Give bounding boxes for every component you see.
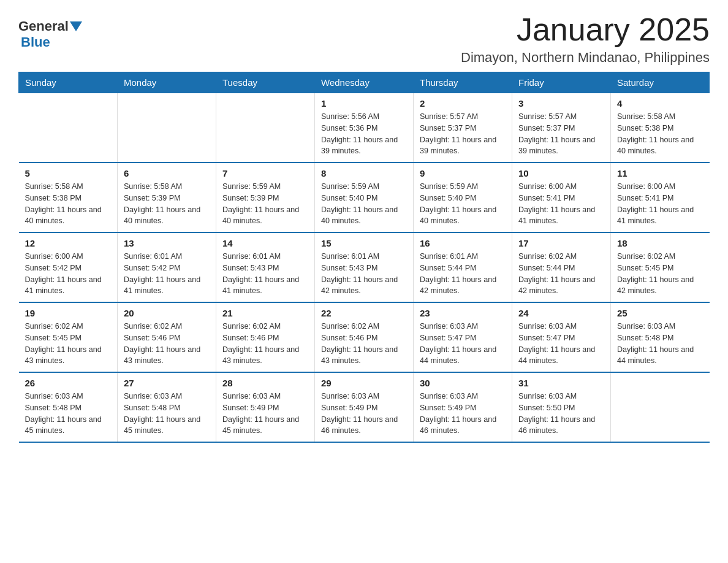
day-info: Sunrise: 6:03 AMSunset: 5:49 PMDaylight:…	[222, 391, 308, 437]
day-info: Sunrise: 6:03 AMSunset: 5:49 PMDaylight:…	[420, 391, 506, 437]
calendar-cell: 28Sunrise: 6:03 AMSunset: 5:49 PMDayligh…	[216, 372, 315, 442]
calendar-cell: 12Sunrise: 6:00 AMSunset: 5:42 PMDayligh…	[19, 232, 118, 302]
calendar-cell: 18Sunrise: 6:02 AMSunset: 5:45 PMDayligh…	[611, 232, 710, 302]
calendar-cell: 27Sunrise: 6:03 AMSunset: 5:48 PMDayligh…	[118, 372, 216, 442]
calendar-cell: 23Sunrise: 6:03 AMSunset: 5:47 PMDayligh…	[414, 302, 512, 372]
day-number: 1	[321, 98, 407, 109]
calendar-cell: 19Sunrise: 6:02 AMSunset: 5:45 PMDayligh…	[19, 302, 118, 372]
day-info: Sunrise: 6:02 AMSunset: 5:46 PMDaylight:…	[124, 321, 210, 367]
calendar-cell: 29Sunrise: 6:03 AMSunset: 5:49 PMDayligh…	[315, 372, 414, 442]
day-number: 29	[321, 378, 407, 388]
day-info: Sunrise: 5:58 AMSunset: 5:38 PMDaylight:…	[25, 181, 112, 227]
day-number: 13	[124, 238, 210, 248]
day-info: Sunrise: 6:03 AMSunset: 5:47 PMDaylight:…	[518, 321, 604, 367]
day-number: 19	[25, 308, 112, 318]
calendar-cell: 25Sunrise: 6:03 AMSunset: 5:48 PMDayligh…	[611, 302, 710, 372]
day-info: Sunrise: 5:57 AMSunset: 5:37 PMDaylight:…	[420, 111, 506, 157]
day-info: Sunrise: 6:03 AMSunset: 5:49 PMDaylight:…	[321, 391, 407, 437]
day-number: 27	[124, 378, 210, 388]
day-number: 16	[420, 238, 506, 248]
location-title: Dimayon, Northern Mindanao, Philippines	[461, 50, 710, 66]
day-number: 30	[420, 378, 506, 388]
calendar-cell: 24Sunrise: 6:03 AMSunset: 5:47 PMDayligh…	[512, 302, 611, 372]
calendar-cell: 22Sunrise: 6:02 AMSunset: 5:46 PMDayligh…	[315, 302, 414, 372]
day-header-monday: Monday	[118, 72, 216, 93]
day-info: Sunrise: 6:00 AMSunset: 5:41 PMDaylight:…	[617, 181, 703, 227]
day-info: Sunrise: 5:57 AMSunset: 5:37 PMDaylight:…	[518, 111, 604, 157]
day-number: 22	[321, 308, 407, 318]
day-number: 31	[518, 378, 604, 388]
day-number: 23	[420, 308, 506, 318]
day-info: Sunrise: 6:02 AMSunset: 5:44 PMDaylight:…	[518, 251, 604, 297]
day-info: Sunrise: 5:56 AMSunset: 5:36 PMDaylight:…	[321, 111, 407, 157]
day-number: 11	[617, 168, 703, 178]
day-info: Sunrise: 6:02 AMSunset: 5:45 PMDaylight:…	[25, 321, 112, 367]
day-number: 17	[518, 238, 604, 248]
day-number: 14	[222, 238, 308, 248]
calendar-cell: 4Sunrise: 5:58 AMSunset: 5:38 PMDaylight…	[611, 93, 710, 163]
calendar-cell: 16Sunrise: 6:01 AMSunset: 5:44 PMDayligh…	[414, 232, 512, 302]
day-info: Sunrise: 6:03 AMSunset: 5:48 PMDaylight:…	[617, 321, 703, 367]
calendar-cell: 17Sunrise: 6:02 AMSunset: 5:44 PMDayligh…	[512, 232, 611, 302]
day-info: Sunrise: 5:59 AMSunset: 5:40 PMDaylight:…	[321, 181, 407, 227]
calendar-week-row: 12Sunrise: 6:00 AMSunset: 5:42 PMDayligh…	[19, 232, 710, 302]
day-info: Sunrise: 6:02 AMSunset: 5:46 PMDaylight:…	[321, 321, 407, 367]
calendar-week-row: 5Sunrise: 5:58 AMSunset: 5:38 PMDaylight…	[19, 163, 710, 232]
day-number: 28	[222, 378, 308, 388]
day-info: Sunrise: 5:59 AMSunset: 5:39 PMDaylight:…	[222, 181, 308, 227]
day-number: 15	[321, 238, 407, 248]
logo: General Blue	[18, 18, 82, 50]
calendar-cell: 15Sunrise: 6:01 AMSunset: 5:43 PMDayligh…	[315, 232, 414, 302]
logo-blue-text: Blue	[21, 34, 50, 50]
day-number: 25	[617, 308, 703, 318]
calendar-cell: 9Sunrise: 5:59 AMSunset: 5:40 PMDaylight…	[414, 163, 512, 232]
calendar-cell: 5Sunrise: 5:58 AMSunset: 5:38 PMDaylight…	[19, 163, 118, 232]
title-block: January 2025 Dimayon, Northern Mindanao,…	[461, 12, 710, 66]
calendar-cell: 8Sunrise: 5:59 AMSunset: 5:40 PMDaylight…	[315, 163, 414, 232]
day-info: Sunrise: 6:01 AMSunset: 5:43 PMDaylight:…	[222, 251, 308, 297]
calendar-cell: 6Sunrise: 5:58 AMSunset: 5:39 PMDaylight…	[118, 163, 216, 232]
day-info: Sunrise: 6:00 AMSunset: 5:42 PMDaylight:…	[25, 251, 112, 297]
calendar-cell: 2Sunrise: 5:57 AMSunset: 5:37 PMDaylight…	[414, 93, 512, 163]
day-info: Sunrise: 6:02 AMSunset: 5:45 PMDaylight:…	[617, 251, 703, 297]
day-number: 10	[518, 168, 604, 178]
calendar-cell: 31Sunrise: 6:03 AMSunset: 5:50 PMDayligh…	[512, 372, 611, 442]
calendar-table: SundayMondayTuesdayWednesdayThursdayFrid…	[18, 72, 710, 443]
day-number: 2	[420, 98, 506, 109]
calendar-cell: 10Sunrise: 6:00 AMSunset: 5:41 PMDayligh…	[512, 163, 611, 232]
day-number: 8	[321, 168, 407, 178]
calendar-body: 1Sunrise: 5:56 AMSunset: 5:36 PMDaylight…	[19, 93, 710, 443]
day-info: Sunrise: 6:01 AMSunset: 5:44 PMDaylight:…	[420, 251, 506, 297]
calendar-cell	[19, 93, 118, 163]
day-header-wednesday: Wednesday	[315, 72, 414, 93]
calendar-cell: 7Sunrise: 5:59 AMSunset: 5:39 PMDaylight…	[216, 163, 315, 232]
day-number: 6	[124, 168, 210, 178]
day-header-thursday: Thursday	[414, 72, 512, 93]
calendar-cell: 14Sunrise: 6:01 AMSunset: 5:43 PMDayligh…	[216, 232, 315, 302]
day-header-tuesday: Tuesday	[216, 72, 315, 93]
day-number: 9	[420, 168, 506, 178]
day-header-sunday: Sunday	[19, 72, 118, 93]
calendar-cell	[216, 93, 315, 163]
calendar-cell	[118, 93, 216, 163]
day-header-saturday: Saturday	[611, 72, 710, 93]
calendar-week-row: 19Sunrise: 6:02 AMSunset: 5:45 PMDayligh…	[19, 302, 710, 372]
day-header-friday: Friday	[512, 72, 611, 93]
day-number: 4	[617, 98, 703, 109]
calendar-week-row: 1Sunrise: 5:56 AMSunset: 5:36 PMDaylight…	[19, 93, 710, 163]
calendar-cell: 20Sunrise: 6:02 AMSunset: 5:46 PMDayligh…	[118, 302, 216, 372]
day-info: Sunrise: 6:00 AMSunset: 5:41 PMDaylight:…	[518, 181, 604, 227]
day-number: 7	[222, 168, 308, 178]
calendar-cell	[611, 372, 710, 442]
day-number: 12	[25, 238, 112, 248]
day-number: 20	[124, 308, 210, 318]
calendar-cell: 30Sunrise: 6:03 AMSunset: 5:49 PMDayligh…	[414, 372, 512, 442]
calendar-cell: 13Sunrise: 6:01 AMSunset: 5:42 PMDayligh…	[118, 232, 216, 302]
day-info: Sunrise: 6:03 AMSunset: 5:48 PMDaylight:…	[124, 391, 210, 437]
day-number: 5	[25, 168, 112, 178]
calendar-cell: 1Sunrise: 5:56 AMSunset: 5:36 PMDaylight…	[315, 93, 414, 163]
day-number: 24	[518, 308, 604, 318]
calendar-cell: 26Sunrise: 6:03 AMSunset: 5:48 PMDayligh…	[19, 372, 118, 442]
day-info: Sunrise: 6:03 AMSunset: 5:47 PMDaylight:…	[420, 321, 506, 367]
day-number: 21	[222, 308, 308, 318]
